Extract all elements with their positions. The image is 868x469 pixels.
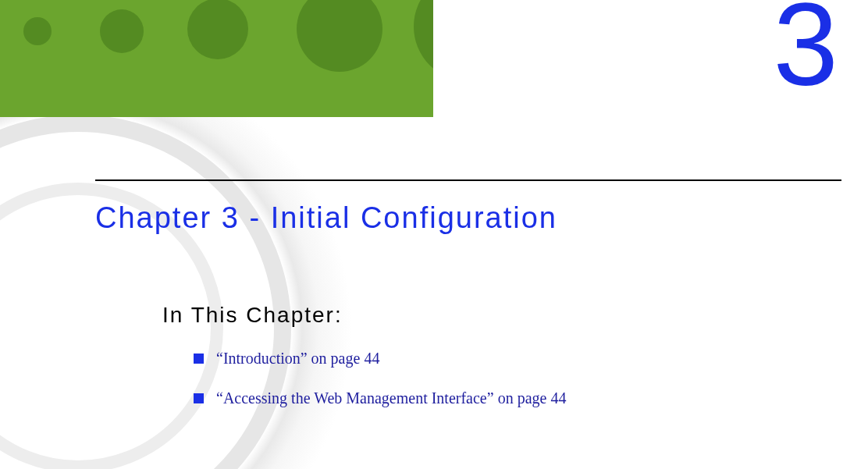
in-this-chapter-list: “Introduction” on page 44 “Accessing the…: [194, 350, 566, 429]
header-banner: [0, 0, 433, 117]
toc-item: “Accessing the Web Management Interface”…: [194, 389, 566, 407]
square-bullet-icon: [194, 354, 204, 364]
toc-item: “Introduction” on page 44: [194, 350, 566, 368]
banner-dot: [23, 17, 52, 45]
chapter-title: Chapter 3 - Initial Configuration: [95, 201, 557, 235]
section-heading: In This Chapter:: [162, 303, 343, 328]
square-bullet-icon: [194, 393, 204, 403]
banner-dot: [100, 9, 144, 53]
banner-dot: [297, 0, 382, 72]
toc-link-accessing-web-mgmt[interactable]: “Accessing the Web Management Interface”…: [216, 389, 566, 407]
banner-dot: [414, 0, 433, 81]
chapter-number: 3: [774, 0, 838, 103]
horizontal-rule: [95, 179, 841, 181]
banner-dot: [187, 0, 248, 59]
toc-link-introduction[interactable]: “Introduction” on page 44: [216, 350, 379, 367]
